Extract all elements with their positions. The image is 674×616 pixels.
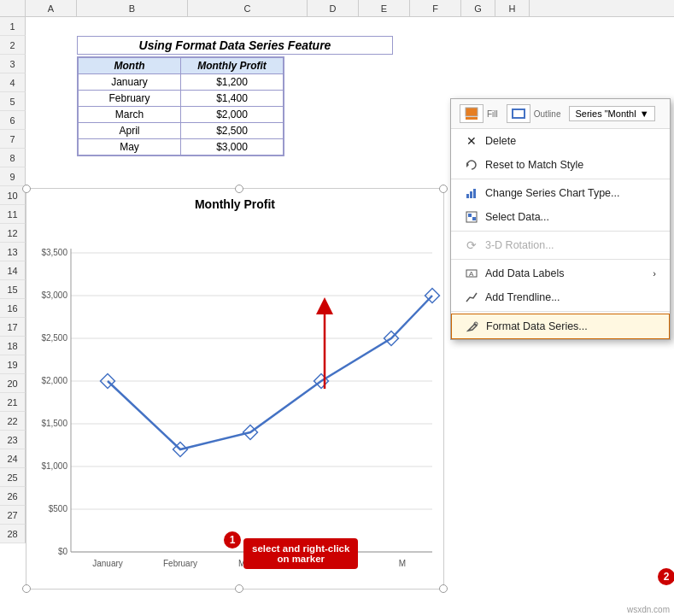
row-num-25: 25 xyxy=(0,468,26,487)
svg-rect-30 xyxy=(466,108,478,116)
svg-text:$1,500: $1,500 xyxy=(41,419,67,428)
menu-item-select-data-label: Select Data... xyxy=(485,211,549,223)
select-data-svg xyxy=(466,211,478,223)
svg-text:February: February xyxy=(163,559,197,568)
callout-badge-1: 1 xyxy=(224,531,241,549)
row-num-19: 19 xyxy=(0,355,26,374)
outline-icon xyxy=(511,106,526,121)
row-numbers: 1 2 3 4 5 6 7 8 9 10 11 12 13 14 15 16 1… xyxy=(0,17,26,543)
svg-text:M: M xyxy=(399,559,406,568)
row-num-27: 27 xyxy=(0,506,26,525)
menu-item-delete-label: Delete xyxy=(485,135,516,147)
add-labels-arrow: › xyxy=(653,268,656,279)
outline-label: Outline xyxy=(534,109,561,119)
table-cell: March xyxy=(79,107,181,123)
row-num-7: 7 xyxy=(0,130,26,149)
menu-item-change-type-label: Change Series Chart Type... xyxy=(485,187,620,199)
row-num-9: 9 xyxy=(0,167,26,186)
table-cell: $2,000 xyxy=(181,107,284,123)
chart-area[interactable]: Monthly Profit $0 $500 $1,000 $1,500 $2,… xyxy=(26,188,444,590)
col-header-b: B xyxy=(77,0,188,16)
menu-item-add-trendline[interactable]: Add Trendline... xyxy=(451,285,670,309)
menu-divider-2 xyxy=(451,231,670,232)
fill-icon-btn[interactable] xyxy=(460,104,484,123)
menu-item-delete[interactable]: ✕ Delete xyxy=(451,129,670,153)
svg-rect-37 xyxy=(473,189,476,198)
row-num-14: 14 xyxy=(0,261,26,280)
format-icons: Fill xyxy=(460,104,498,123)
row-num-23: 23 xyxy=(0,431,26,449)
table-cell: May xyxy=(79,139,181,155)
col-header-e: E xyxy=(359,0,410,16)
svg-text:$2,000: $2,000 xyxy=(41,376,67,385)
series-dropdown[interactable]: Series "Monthl ▼ xyxy=(569,106,654,121)
row-num-8: 8 xyxy=(0,149,26,167)
table-row: February$1,400 xyxy=(79,91,284,107)
table-row: January$1,200 xyxy=(79,74,284,91)
table-row: May$3,000 xyxy=(79,139,284,155)
menu-item-add-labels-label: Add Data Labels xyxy=(485,267,564,279)
row-num-20: 20 xyxy=(0,374,26,393)
chart-handle-tc xyxy=(235,185,243,193)
svg-text:$2,500: $2,500 xyxy=(41,333,67,343)
svg-text:$500: $500 xyxy=(49,504,68,513)
chart-handle-bc xyxy=(235,584,243,593)
menu-item-change-type[interactable]: Change Series Chart Type... xyxy=(451,181,670,205)
menu-item-3d-rotation: ⟳ 3-D Rotation... xyxy=(451,233,670,257)
table-header-profit: Monthly Profit xyxy=(181,58,284,74)
row-num-4: 4 xyxy=(0,73,26,92)
outline-icon-btn[interactable] xyxy=(507,104,530,123)
menu-item-format-series-label: Format Data Series... xyxy=(486,320,588,332)
menu-item-reset[interactable]: Reset to Match Style xyxy=(451,153,670,177)
row-num-11: 11 xyxy=(0,205,26,224)
svg-rect-35 xyxy=(466,194,469,198)
row-num-12: 12 xyxy=(0,224,26,243)
col-header-f: F xyxy=(410,0,461,16)
format-series-icon xyxy=(466,320,479,333)
table-cell: April xyxy=(79,123,181,139)
row-num-13: 13 xyxy=(0,243,26,261)
table-cell: $2,500 xyxy=(181,123,284,139)
menu-item-format-series[interactable]: Format Data Series... xyxy=(451,314,670,339)
svg-text:$0: $0 xyxy=(58,547,68,556)
fill-icon xyxy=(464,106,479,121)
data-table: Month Monthly Profit January$1,200Februa… xyxy=(77,56,284,156)
menu-item-add-labels[interactable]: A Add Data Labels › xyxy=(451,261,670,285)
row-num-6: 6 xyxy=(0,111,26,130)
format-panel: Fill Outline Series "Monthl ▼ xyxy=(451,99,670,129)
col-header-d: D xyxy=(308,0,359,16)
row-num-5: 5 xyxy=(0,92,26,111)
row-num-1: 1 xyxy=(0,17,26,36)
select-data-icon xyxy=(465,210,478,224)
chart-handle-br xyxy=(439,584,448,593)
chart-handle-bl xyxy=(22,584,31,593)
col-header-h: H xyxy=(495,0,530,16)
menu-divider-1 xyxy=(451,179,670,179)
reset-icon xyxy=(465,158,478,172)
add-labels-svg: A xyxy=(466,267,478,279)
menu-item-select-data[interactable]: Select Data... xyxy=(451,205,670,229)
menu-item-3d-label: 3-D Rotation... xyxy=(485,239,554,251)
table-header-month: Month xyxy=(79,58,181,74)
row-num-2: 2 xyxy=(0,36,26,55)
menu-item-reset-label: Reset to Match Style xyxy=(485,159,583,171)
change-type-svg xyxy=(466,187,478,199)
svg-text:A: A xyxy=(469,270,474,278)
reset-svg-icon xyxy=(466,159,478,171)
table-cell: $1,400 xyxy=(181,91,284,107)
column-headers: A B C D E F G H xyxy=(0,0,674,17)
context-menu[interactable]: Fill Outline Series "Monthl ▼ ✕ Delete xyxy=(450,98,671,340)
col-header-a: A xyxy=(26,0,77,16)
chart-handle-tl xyxy=(22,185,31,193)
chart-svg: $0 $500 $1,000 $1,500 $2,000 $2,500 $3,0… xyxy=(26,214,443,582)
row-num-16: 16 xyxy=(0,299,26,318)
table-cell: February xyxy=(79,91,181,107)
row-num-18: 18 xyxy=(0,337,26,355)
fill-label: Fill xyxy=(487,109,498,119)
row-num-24: 24 xyxy=(0,449,26,468)
spreadsheet: A B C D E F G H 1 2 3 4 5 6 7 8 9 10 11 … xyxy=(0,0,674,616)
format-series-badge: 2 xyxy=(658,568,674,585)
row-num-17: 17 xyxy=(0,318,26,337)
col-header-g: G xyxy=(461,0,495,16)
row-num-21: 21 xyxy=(0,393,26,412)
